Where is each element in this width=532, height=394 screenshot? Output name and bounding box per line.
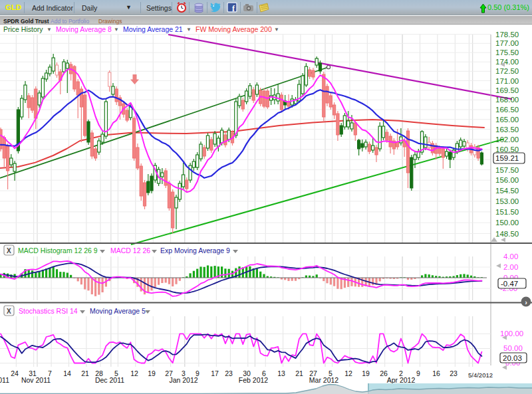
svg-text:Apr 2012: Apr 2012 xyxy=(387,376,416,384)
svg-text:Nov 2011: Nov 2011 xyxy=(21,376,51,384)
svg-text:2.00: 2.00 xyxy=(503,263,518,271)
svg-text:23: 23 xyxy=(450,369,458,377)
svg-text:12: 12 xyxy=(130,369,138,377)
svg-text:17: 17 xyxy=(211,369,219,377)
svg-text:150.00: 150.00 xyxy=(495,219,519,227)
svg-text:23: 23 xyxy=(225,369,233,377)
svg-text:162.00: 162.00 xyxy=(495,136,519,144)
svg-text:169.50: 169.50 xyxy=(495,86,519,94)
svg-text:19: 19 xyxy=(148,369,156,377)
svg-text:159.21: 159.21 xyxy=(495,154,519,162)
svg-text:157.50: 157.50 xyxy=(495,166,519,174)
svg-text:21: 21 xyxy=(81,369,89,377)
svg-text:177.00: 177.00 xyxy=(495,39,519,47)
svg-text:-0.47: -0.47 xyxy=(501,280,518,288)
svg-text:165.00: 165.00 xyxy=(495,116,519,124)
svg-text:163.50: 163.50 xyxy=(495,126,519,134)
svg-text:178.50: 178.50 xyxy=(495,31,519,39)
svg-text:172.50: 172.50 xyxy=(495,67,519,75)
svg-text:Jan 2012: Jan 2012 xyxy=(169,376,198,384)
svg-text:171.00: 171.00 xyxy=(495,77,519,85)
svg-text:Moving Average 5: Moving Average 5 xyxy=(90,307,146,315)
svg-text:14: 14 xyxy=(63,369,71,377)
svg-text:X: X xyxy=(7,247,11,254)
svg-text:13: 13 xyxy=(277,369,285,377)
svg-text:148.50: 148.50 xyxy=(495,230,519,238)
svg-text:175.50: 175.50 xyxy=(495,49,519,56)
svg-text:100.00: 100.00 xyxy=(500,330,523,338)
svg-text:168.00: 168.00 xyxy=(495,96,519,104)
svg-text:156.00: 156.00 xyxy=(495,176,519,184)
svg-text:MACD Histogram 12 26 9: MACD Histogram 12 26 9 xyxy=(18,246,98,254)
svg-text:Dec 2011: Dec 2011 xyxy=(95,376,124,384)
svg-text:5/4/2012: 5/4/2012 xyxy=(468,371,493,379)
svg-text:24: 24 xyxy=(11,369,19,377)
svg-text:166.50: 166.50 xyxy=(495,106,519,114)
svg-text:154.50: 154.50 xyxy=(495,187,519,195)
svg-text:›: › xyxy=(525,298,527,306)
svg-text:MACD 12 26: MACD 12 26 xyxy=(110,246,150,254)
svg-text:174.00: 174.00 xyxy=(495,58,519,66)
svg-text:4.00: 4.00 xyxy=(503,252,518,260)
svg-text:Exp Moving Average 9: Exp Moving Average 9 xyxy=(160,246,230,254)
svg-text:Feb 2012: Feb 2012 xyxy=(239,376,269,384)
svg-text:20.03: 20.03 xyxy=(503,354,522,362)
svg-text:12: 12 xyxy=(344,369,352,377)
svg-text:Mar 2012: Mar 2012 xyxy=(309,376,339,384)
svg-text:X: X xyxy=(7,308,11,315)
svg-text:9: 9 xyxy=(416,369,420,377)
svg-text:16: 16 xyxy=(432,369,440,377)
svg-text:153.00: 153.00 xyxy=(495,197,519,205)
svg-text:Stochastics RSI 14: Stochastics RSI 14 xyxy=(19,307,78,315)
svg-text:21: 21 xyxy=(295,369,303,377)
svg-text:2011: 2011 xyxy=(0,376,9,384)
svg-text:19: 19 xyxy=(362,369,370,377)
svg-text:50.00: 50.00 xyxy=(503,344,523,352)
svg-text:151.50: 151.50 xyxy=(495,208,519,216)
svg-text:160.50: 160.50 xyxy=(495,146,519,153)
